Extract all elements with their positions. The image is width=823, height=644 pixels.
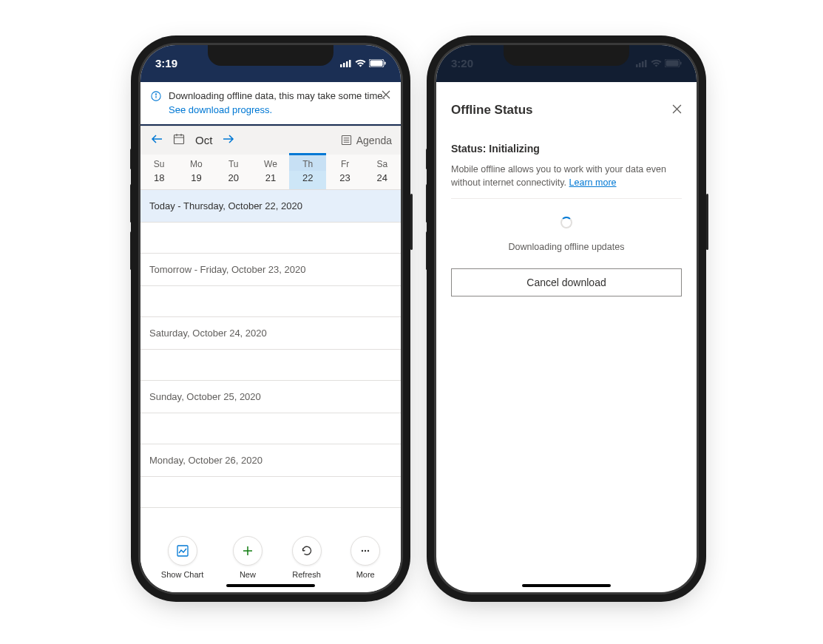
more-button[interactable]: More <box>350 536 380 579</box>
weekday-header: Tu <box>215 155 252 171</box>
calendar-icon[interactable] <box>173 133 185 148</box>
week-date-cell[interactable]: 24 <box>364 171 401 189</box>
signal-icon <box>636 59 648 67</box>
agenda-day-header: Today - Thursday, October 22, 2020 <box>140 190 401 223</box>
agenda-icon <box>341 135 352 146</box>
close-button[interactable] <box>672 104 682 116</box>
cal-month-label[interactable]: Oct <box>195 134 212 146</box>
svg-rect-3 <box>349 60 351 67</box>
chart-icon <box>176 544 189 557</box>
button-label: Show Chart <box>161 570 203 579</box>
agenda-view-button[interactable]: Agenda <box>341 135 392 146</box>
phone-notch <box>504 45 629 66</box>
page-title: Offline Status <box>451 103 533 118</box>
banner-progress-link[interactable]: See download progress. <box>169 104 385 115</box>
svg-rect-0 <box>340 64 342 67</box>
download-banner: Downloading offline data, this may take … <box>140 82 401 126</box>
arrow-left-icon <box>151 134 163 144</box>
wifi-icon <box>651 59 662 67</box>
svg-point-25 <box>368 550 369 552</box>
battery-icon <box>369 59 386 67</box>
banner-message: Downloading offline data, this may take … <box>169 89 385 103</box>
weekday-header: Fr <box>326 155 363 171</box>
weekday-header: We <box>252 155 289 171</box>
status-time: 3:20 <box>451 57 473 70</box>
close-icon <box>672 104 682 114</box>
svg-point-24 <box>365 550 366 552</box>
svg-rect-6 <box>385 61 386 64</box>
home-indicator[interactable] <box>226 584 315 587</box>
button-label: More <box>356 570 375 579</box>
svg-rect-5 <box>370 60 383 66</box>
weekday-header: Sa <box>364 155 401 171</box>
svg-rect-32 <box>680 61 682 64</box>
svg-rect-28 <box>642 61 644 67</box>
svg-rect-26 <box>636 64 638 67</box>
calendar-toolbar: Oct Agenda <box>140 126 401 155</box>
agenda-list[interactable]: Today - Thursday, October 22, 2020 Tomor… <box>140 190 401 508</box>
svg-rect-27 <box>639 63 641 67</box>
weekday-header: Th <box>289 155 326 171</box>
agenda-day-header: Sunday, October 25, 2020 <box>140 381 401 413</box>
agenda-empty-slot <box>140 350 401 381</box>
learn-more-link[interactable]: Learn more <box>569 177 617 188</box>
agenda-day-header: Saturday, October 24, 2020 <box>140 317 401 350</box>
phone-calendar: 3:19 Downloading offline data, this may … <box>140 45 401 592</box>
week-date-cell-selected[interactable]: 22 <box>289 171 326 189</box>
battery-icon <box>665 59 682 67</box>
agenda-empty-slot <box>140 413 401 444</box>
show-chart-button[interactable]: Show Chart <box>161 536 203 579</box>
spinner-icon <box>560 217 572 228</box>
button-label: New <box>240 570 256 579</box>
week-date-cell[interactable]: 19 <box>177 171 214 189</box>
banner-close-button[interactable] <box>382 89 390 101</box>
cal-prev-button[interactable] <box>149 132 164 149</box>
week-date-cell[interactable]: 18 <box>140 171 177 189</box>
svg-rect-20 <box>177 546 188 556</box>
phone-notch <box>208 45 333 66</box>
new-button[interactable]: New <box>233 536 263 579</box>
svg-rect-2 <box>346 61 348 67</box>
svg-rect-1 <box>343 63 345 67</box>
cancel-download-button[interactable]: Cancel download <box>451 268 682 296</box>
progress-text: Downloading offline updates <box>451 242 682 252</box>
status-indicators <box>636 59 682 67</box>
agenda-empty-slot <box>140 286 401 317</box>
week-date-cell[interactable]: 23 <box>326 171 363 189</box>
svg-point-23 <box>362 550 363 552</box>
button-label: Refresh <box>292 570 321 579</box>
agenda-label: Agenda <box>356 135 392 146</box>
status-description: Mobile offline allows you to work with y… <box>451 163 682 199</box>
status-indicators <box>340 59 386 67</box>
bottom-action-bar: Show Chart New Refresh More <box>140 527 401 592</box>
info-icon <box>151 91 161 104</box>
wifi-icon <box>355 59 366 67</box>
svg-point-8 <box>155 94 156 95</box>
weekday-header: Mo <box>177 155 214 171</box>
signal-icon <box>340 59 352 67</box>
agenda-empty-slot <box>140 477 401 508</box>
svg-rect-12 <box>175 135 184 143</box>
refresh-button[interactable]: Refresh <box>292 536 322 579</box>
agenda-day-header: Monday, October 26, 2020 <box>140 444 401 477</box>
more-icon <box>359 544 372 557</box>
home-indicator[interactable] <box>522 584 611 587</box>
phone-offline-status: 3:20 Offline Status Status: Initializing… <box>436 45 697 592</box>
status-time: 3:19 <box>155 57 177 70</box>
close-icon <box>382 90 390 99</box>
arrow-right-icon <box>223 134 234 144</box>
agenda-day-header: Tomorrow - Friday, October 23, 2020 <box>140 254 401 286</box>
cal-next-button[interactable] <box>221 132 236 149</box>
status-heading: Status: Initializing <box>451 143 682 155</box>
week-date-cell[interactable]: 20 <box>215 171 252 189</box>
weekday-header: Su <box>140 155 177 171</box>
svg-rect-29 <box>645 60 647 67</box>
refresh-icon <box>300 544 314 557</box>
week-date-cell[interactable]: 21 <box>252 171 289 189</box>
plus-icon <box>241 544 254 557</box>
agenda-empty-slot <box>140 223 401 254</box>
calendar-week-row: Su18 Mo19 Tu20 We21 Th22 Fr23 Sa24 <box>140 155 401 190</box>
svg-rect-31 <box>666 60 679 66</box>
